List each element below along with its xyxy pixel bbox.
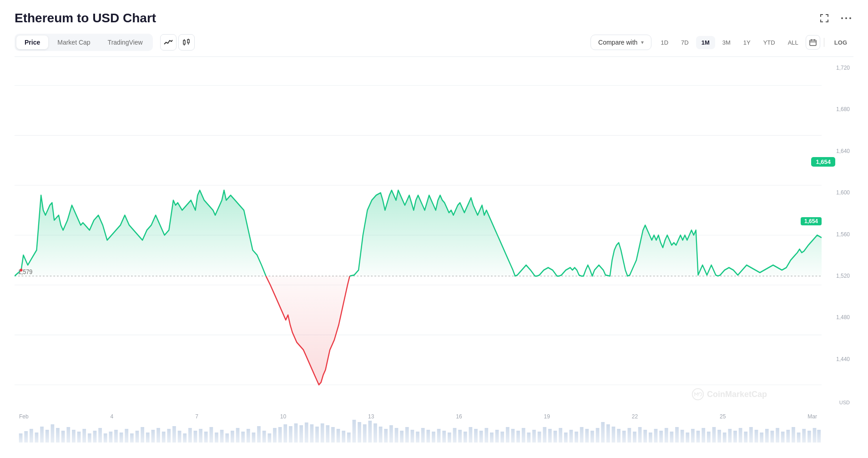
period-1y[interactable]: 1Y (738, 36, 756, 49)
svg-rect-55 (188, 428, 192, 443)
svg-rect-89 (368, 421, 372, 443)
svg-rect-86 (353, 420, 356, 443)
svg-rect-27 (40, 427, 44, 443)
svg-rect-142 (649, 433, 652, 443)
svg-rect-168 (786, 430, 790, 443)
svg-rect-88 (363, 424, 367, 443)
svg-rect-49 (156, 428, 160, 443)
tab-price[interactable]: Price (16, 36, 48, 49)
y-label-1480: 1,480 (836, 315, 850, 320)
calendar-button[interactable] (806, 35, 820, 50)
period-1m[interactable]: 1M (696, 36, 715, 49)
svg-rect-112 (490, 433, 494, 443)
svg-rect-129 (580, 427, 584, 443)
svg-rect-31 (61, 431, 65, 443)
log-button[interactable]: LOG (828, 36, 853, 49)
svg-rect-97 (411, 430, 414, 443)
svg-rect-57 (199, 429, 202, 443)
svg-rect-51 (167, 429, 171, 443)
svg-rect-117 (516, 431, 520, 443)
svg-rect-100 (426, 430, 430, 443)
svg-rect-154 (712, 427, 716, 443)
svg-rect-126 (564, 433, 568, 443)
page-title: Ethereum to USD Chart (15, 11, 156, 25)
svg-point-22 (20, 269, 23, 272)
svg-rect-62 (225, 433, 229, 443)
svg-rect-93 (389, 425, 393, 443)
svg-rect-3 (183, 41, 185, 44)
y-label-1560: 1,560 (836, 232, 850, 237)
period-all[interactable]: ALL (782, 36, 804, 49)
chart-type-group (160, 34, 195, 51)
svg-rect-160 (744, 432, 747, 443)
svg-rect-48 (151, 430, 155, 443)
svg-rect-153 (707, 432, 711, 443)
svg-rect-144 (659, 431, 663, 443)
svg-rect-52 (172, 426, 176, 443)
svg-rect-92 (384, 429, 388, 443)
y-label-1640: 1,640 (836, 148, 850, 154)
compare-with-button[interactable]: Compare with ▾ (590, 35, 651, 50)
svg-rect-47 (146, 433, 150, 443)
coinmarketcap-watermark: CoinMarketCap (691, 388, 767, 401)
svg-rect-68 (257, 426, 261, 443)
x-label-22: 22 (632, 413, 638, 420)
svg-rect-169 (792, 427, 795, 443)
svg-rect-115 (506, 427, 510, 443)
line-chart-button[interactable] (160, 34, 177, 51)
candlestick-chart-button[interactable] (178, 34, 195, 51)
svg-rect-23 (19, 433, 23, 443)
svg-rect-87 (358, 422, 361, 443)
svg-rect-32 (66, 427, 70, 443)
svg-rect-121 (538, 432, 541, 443)
svg-rect-127 (570, 430, 573, 443)
svg-rect-141 (643, 430, 647, 443)
svg-rect-138 (627, 428, 631, 443)
svg-rect-66 (247, 429, 250, 443)
svg-rect-131 (590, 431, 594, 443)
svg-rect-78 (310, 424, 313, 443)
svg-rect-116 (511, 429, 515, 443)
svg-rect-91 (379, 427, 383, 443)
svg-rect-65 (241, 432, 245, 443)
svg-rect-152 (701, 428, 705, 443)
svg-rect-74 (289, 426, 293, 443)
x-label-7: 7 (195, 413, 198, 420)
compare-with-label: Compare with (598, 39, 637, 46)
svg-rect-163 (760, 433, 763, 443)
current-price-badge: 1,654 (801, 217, 822, 225)
svg-rect-96 (405, 427, 409, 443)
svg-rect-110 (479, 431, 483, 443)
y-label-1720: 1,720 (836, 65, 850, 71)
svg-rect-50 (162, 432, 166, 443)
svg-rect-36 (88, 433, 91, 443)
svg-rect-60 (215, 433, 218, 443)
svg-rect-26 (35, 433, 39, 443)
svg-rect-135 (612, 427, 616, 443)
x-label-13: 13 (368, 413, 374, 420)
period-7d[interactable]: 7D (676, 36, 694, 49)
svg-rect-44 (130, 433, 134, 443)
svg-rect-101 (432, 432, 435, 443)
svg-rect-132 (596, 428, 600, 443)
svg-point-0 (841, 17, 843, 19)
svg-rect-102 (437, 429, 441, 443)
svg-rect-46 (141, 427, 144, 443)
period-3m[interactable]: 3M (717, 36, 736, 49)
svg-rect-70 (267, 433, 271, 443)
svg-rect-80 (321, 423, 324, 443)
expand-button[interactable] (817, 11, 832, 25)
period-ytd[interactable]: YTD (758, 36, 781, 49)
svg-rect-40 (109, 432, 112, 443)
svg-rect-134 (606, 424, 610, 443)
tab-market-cap[interactable]: Market Cap (49, 36, 98, 49)
svg-rect-104 (448, 433, 451, 443)
svg-rect-162 (755, 430, 758, 443)
more-options-button[interactable] (839, 11, 853, 25)
svg-rect-143 (654, 429, 658, 443)
period-1d[interactable]: 1D (655, 36, 674, 49)
svg-rect-35 (82, 429, 86, 443)
chart-tab-group: Price Market Cap TradingView (15, 34, 153, 51)
tab-trading-view[interactable]: TradingView (100, 36, 151, 49)
svg-rect-161 (749, 427, 753, 443)
